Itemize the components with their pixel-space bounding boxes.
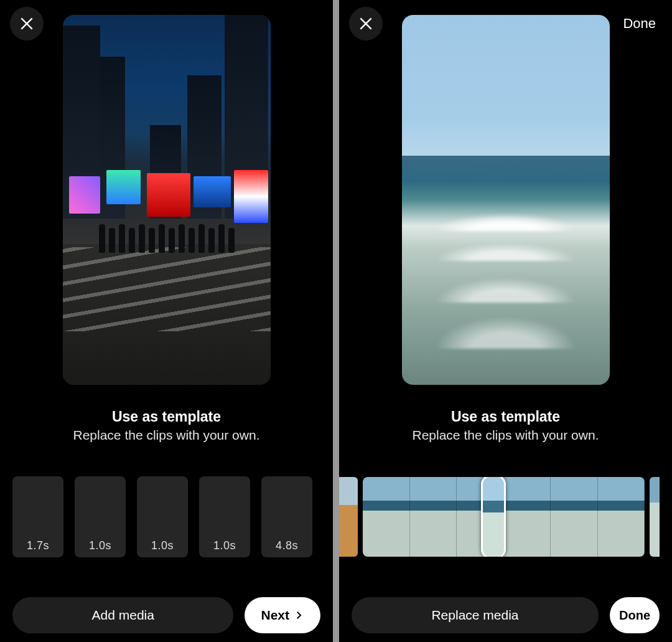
close-button[interactable] (10, 7, 44, 40)
chevron-right-icon (293, 610, 304, 621)
clip-duration: 1.0s (137, 539, 188, 552)
done-bottom-label: Done (619, 608, 650, 623)
clip-slot[interactable]: 1.0s (75, 476, 126, 557)
filmstrip[interactable] (339, 476, 672, 557)
clip-duration: 1.0s (75, 539, 126, 552)
template-editor-right: Done Use as template Replace the clips w… (339, 0, 672, 642)
clip-slot[interactable]: 1.7s (12, 476, 63, 557)
done-bottom-button[interactable]: Done (610, 597, 660, 633)
close-icon (19, 16, 35, 32)
filmstrip-frame (504, 477, 551, 557)
video-preview[interactable] (63, 15, 271, 385)
panel-divider (333, 0, 339, 642)
template-editor-left: Use as template Replace the clips with y… (0, 0, 333, 642)
close-button[interactable] (349, 7, 383, 40)
topbar: Done (339, 6, 672, 41)
video-preview[interactable] (402, 15, 610, 385)
filmstrip-frame (410, 477, 457, 557)
done-top-button[interactable]: Done (617, 12, 662, 35)
filmstrip-frame (363, 477, 410, 557)
clip-duration: 1.7s (12, 539, 63, 552)
filmstrip-track[interactable] (363, 477, 645, 557)
template-text: Use as template Replace the clips with y… (339, 408, 672, 443)
filmstrip-frame (551, 477, 598, 557)
add-media-button[interactable]: Add media (12, 597, 233, 633)
clip-slot-row: 1.7s 1.0s 1.0s 1.0s 4.8s (0, 476, 333, 557)
clip-slot-partial[interactable] (339, 477, 358, 557)
replace-media-button[interactable]: Replace media (352, 597, 599, 633)
replace-media-label: Replace media (431, 608, 518, 623)
clip-duration: 4.8s (261, 539, 312, 552)
preview-wrap (339, 15, 672, 385)
template-title: Use as template (339, 408, 672, 425)
clip-duration: 1.0s (199, 539, 250, 552)
clip-slot[interactable]: 4.8s (261, 476, 312, 557)
next-label: Next (261, 608, 289, 623)
clip-slot-partial[interactable] (650, 477, 660, 557)
template-subtitle: Replace the clips with your own. (0, 428, 333, 443)
add-media-label: Add media (92, 608, 154, 623)
close-icon (358, 16, 374, 32)
playhead-handle[interactable] (481, 477, 506, 557)
next-button[interactable]: Next (245, 597, 320, 633)
bottom-bar: Replace media Done (339, 597, 672, 633)
template-subtitle: Replace the clips with your own. (339, 428, 672, 443)
topbar (0, 6, 333, 41)
template-title: Use as template (0, 408, 333, 425)
clip-slot[interactable]: 1.0s (199, 476, 250, 557)
template-text: Use as template Replace the clips with y… (0, 408, 333, 443)
clip-slot[interactable]: 1.0s (137, 476, 188, 557)
bottom-bar: Add media Next (0, 597, 333, 633)
preview-wrap (0, 15, 333, 385)
filmstrip-frame (598, 477, 645, 557)
